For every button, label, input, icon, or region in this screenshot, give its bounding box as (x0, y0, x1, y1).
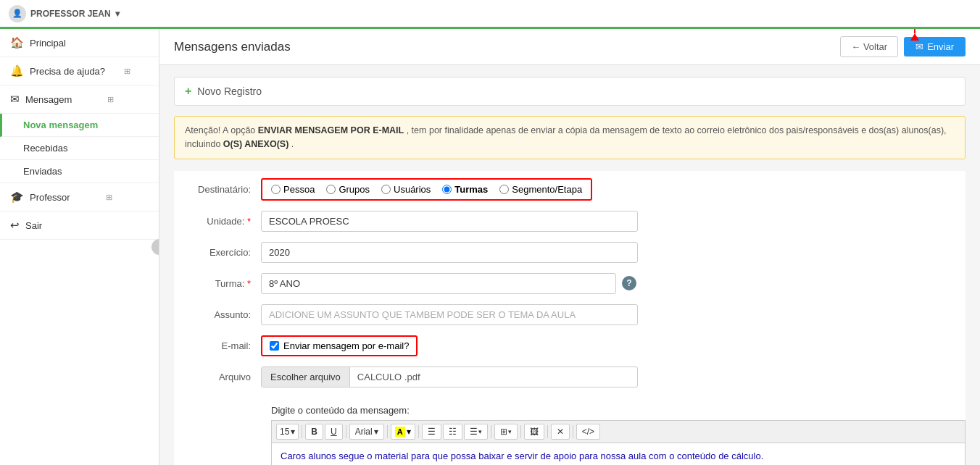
sidebar-item-nova-mensagem[interactable]: Nova mensagem (0, 114, 159, 137)
radio-pessoa[interactable]: Pessoa (271, 184, 315, 195)
arquivo-label: Arquivo (174, 372, 261, 382)
file-name-label: CALCULO .pdf (350, 367, 637, 387)
font-size-dropdown-icon: ▾ (291, 427, 295, 437)
new-record-button[interactable]: + Novo Registro (174, 77, 966, 106)
sidebar-item-label: Mensagem (25, 94, 72, 105)
sep4 (418, 425, 419, 438)
mensagem-submenu: Nova mensagem Recebidas Enviadas (0, 114, 159, 183)
help-icon[interactable]: ? (622, 276, 636, 290)
radio-grupos[interactable]: Grupos (326, 184, 370, 195)
arquivo-wrap: Escolher arquivo CALCULO .pdf (261, 366, 966, 388)
alert-highlight-1: ENVIAR MENSAGEM POR E-MAIL (258, 125, 404, 135)
bold-button[interactable]: B (305, 424, 323, 440)
sep8 (573, 425, 573, 438)
alert-text-1: Atenção! A opção (185, 125, 258, 135)
email-label: E-mail: (174, 340, 261, 351)
highlight-button[interactable]: A ▾ (391, 424, 415, 440)
header-buttons: ← Voltar ✉ Enviar (840, 36, 966, 57)
remove-format-button[interactable]: ✕ (551, 424, 570, 440)
file-input-row: Escolher arquivo CALCULO .pdf (261, 366, 638, 388)
list-ul-button[interactable]: ☰ (422, 424, 441, 440)
expand-icon-prof: ⊞ (106, 193, 112, 202)
highlight-dropdown-icon: ▾ (407, 427, 411, 437)
table-button[interactable]: ⊞▾ (494, 424, 518, 440)
email-checkbox-container: Enviar mensagem por e-mail? (261, 335, 418, 356)
sidebar-item-professor[interactable]: 🎓 Professor ⊞ (0, 183, 159, 211)
radio-group-destinatario: Pessoa Grupos Usuários Turmas (261, 178, 592, 201)
user-avatar: 👤 (9, 5, 26, 22)
turma-select[interactable]: 8º ANO (261, 273, 616, 294)
sidebar: 🏠 Principal 🔔 Precisa de ajuda? ⊞ ✉ Mens… (0, 29, 159, 465)
exit-icon: ↩ (10, 219, 20, 232)
plus-icon: + (185, 85, 191, 98)
font-family-value: Arial (355, 427, 373, 437)
sidebar-item-label: Sair (25, 220, 42, 231)
unidade-label: Unidade: * (174, 216, 261, 227)
back-button[interactable]: ← Voltar (840, 36, 898, 57)
editor-toolbar: 15 ▾ B U Arial ▾ (271, 420, 966, 443)
underline-button[interactable]: U (325, 424, 343, 440)
main-content: Mensagens enviadas ← Voltar ✉ Enviar + N… (159, 29, 980, 465)
font-family-selector[interactable]: Arial ▾ (349, 424, 384, 440)
unidade-select[interactable]: ESCOLA PROESC (261, 211, 638, 232)
home-icon: 🏠 (10, 36, 24, 49)
sidebar-toggle-button[interactable]: ⟩ (151, 239, 159, 255)
sidebar-item-enviadas[interactable]: Enviadas (0, 160, 159, 183)
sidebar-item-label: Principal (30, 38, 66, 49)
alert-highlight-2: O(S) ANEXO(S) (223, 139, 289, 149)
form-row-assunto: Assunto: (174, 304, 966, 325)
source-button[interactable]: </> (576, 424, 600, 440)
font-size-selector[interactable]: 15 ▾ (276, 424, 299, 440)
sep1 (302, 425, 302, 438)
sidebar-subitem-label: Enviadas (23, 166, 62, 177)
new-record-label: Novo Registro (197, 85, 262, 97)
email-checkbox[interactable] (270, 341, 279, 351)
expand-icon-msg: ⊞ (107, 95, 114, 104)
highlight-a-label: A (395, 427, 405, 437)
editor-section: Digite o conteúdo da mensagem: 15 ▾ B U (174, 398, 966, 466)
sep7 (547, 425, 548, 438)
form-row-exercicio: Exercício: 2020 (174, 242, 966, 263)
font-dropdown-icon: ▾ (374, 427, 378, 437)
turma-wrap: 8º ANO ? (261, 273, 966, 294)
sep3 (387, 425, 388, 438)
envelope-send-icon: ✉ (915, 41, 923, 52)
exercicio-select[interactable]: 2020 (261, 242, 638, 263)
sidebar-item-ajuda[interactable]: 🔔 Precisa de ajuda? ⊞ (0, 57, 159, 85)
email-checkbox-label: Enviar mensagem por e-mail? (283, 340, 409, 351)
sidebar-item-mensagem[interactable]: ✉ Mensagem ⊞ (0, 85, 159, 114)
radio-segmento[interactable]: Segmento/Etapa (499, 184, 582, 195)
sidebar-item-sair[interactable]: ↩ Sair (0, 211, 159, 240)
user-menu[interactable]: 👤 PROFESSOR JEAN ▾ (9, 5, 120, 22)
sidebar-subitem-label: Nova mensagem (23, 120, 98, 130)
radio-turmas[interactable]: Turmas (442, 184, 488, 195)
file-choose-button[interactable]: Escolher arquivo (262, 367, 350, 387)
assunto-wrap (261, 304, 966, 325)
font-size-value: 15 (280, 427, 289, 437)
sep6 (520, 425, 521, 438)
sidebar-item-principal[interactable]: 🏠 Principal (0, 29, 159, 57)
page-title: Mensagens enviadas (174, 40, 291, 54)
radio-usuarios[interactable]: Usuários (381, 184, 431, 195)
alert-box: Atenção! A opção ENVIAR MENSAGEM POR E-M… (174, 116, 966, 159)
destinatario-options: Pessoa Grupos Usuários Turmas (261, 178, 966, 201)
user-dropdown-icon: ▾ (115, 9, 120, 19)
main-header: Mensagens enviadas ← Voltar ✉ Enviar (159, 29, 980, 65)
unidade-wrap: ESCOLA PROESC (261, 211, 966, 232)
editor-content: Caros alunos segue o material para que p… (281, 451, 763, 461)
editor-area[interactable]: Caros alunos segue o material para que p… (271, 443, 966, 466)
sidebar-item-recebidas[interactable]: Recebidas (0, 137, 159, 160)
sidebar-item-label: Precisa de ajuda? (30, 66, 105, 77)
indent-button[interactable]: ☰▾ (464, 424, 488, 440)
turma-label: Turma: * (174, 278, 261, 289)
image-button[interactable]: 🖼 (524, 424, 544, 440)
email-wrap: Enviar mensagem por e-mail? (261, 335, 966, 356)
sidebar-item-label: Professor (30, 192, 70, 203)
assunto-label: Assunto: (174, 309, 261, 320)
turma-select-container: 8º ANO (261, 273, 616, 294)
sep2 (346, 425, 346, 438)
assunto-input[interactable] (261, 304, 638, 325)
list-ol-button[interactable]: ☷ (443, 424, 462, 440)
graduation-icon: 🎓 (10, 190, 24, 204)
alert-text-3: . (291, 139, 294, 149)
